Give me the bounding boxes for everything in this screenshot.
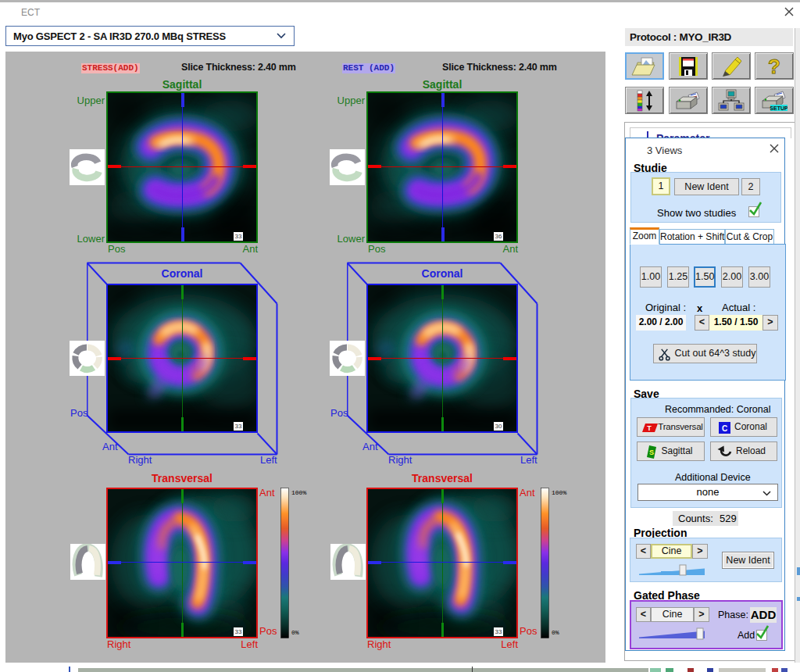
svg-text:100%: 100% — [291, 489, 306, 496]
svg-text:C: C — [722, 424, 727, 433]
svg-text:100%: 100% — [552, 489, 566, 496]
svg-text:S: S — [649, 449, 654, 456]
svg-text:0%: 0% — [291, 629, 299, 636]
svg-text:T: T — [647, 424, 652, 432]
svg-text:?: ? — [768, 55, 780, 78]
svg-text:0%: 0% — [552, 629, 559, 636]
svg-text:SETUP: SETUP — [770, 105, 788, 110]
